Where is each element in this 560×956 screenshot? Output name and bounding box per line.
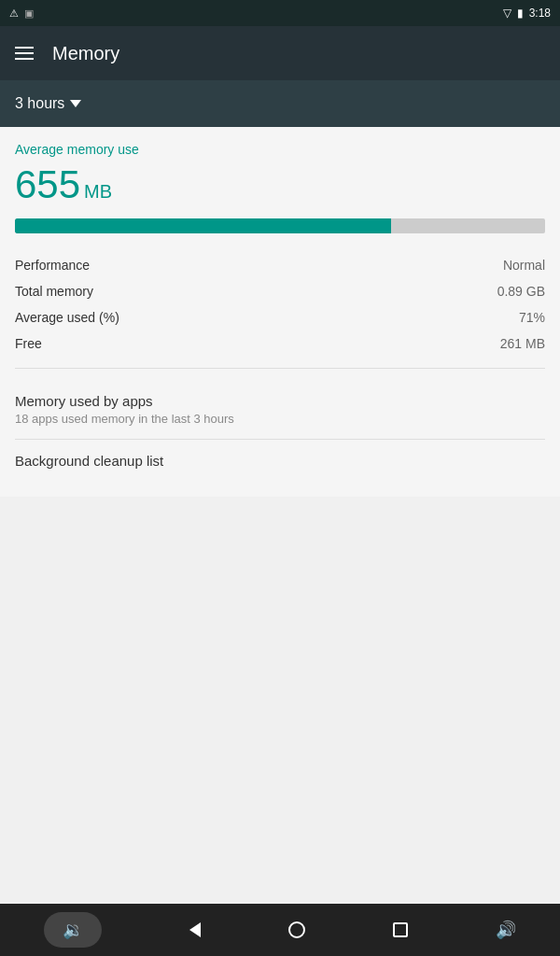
stat-label-average-used: Average used (%) [15,310,119,325]
background-cleanup-section[interactable]: Background cleanup list [15,440,545,482]
memory-used-by-apps-section[interactable]: Memory used by apps 18 apps used memory … [15,380,545,440]
recents-icon [393,922,408,937]
content-area: Average memory use 655 MB Performance No… [0,127,560,497]
average-memory-label: Average memory use [15,142,545,157]
recents-button[interactable] [393,922,408,937]
home-icon [288,921,305,938]
page-title: Memory [52,43,119,64]
status-bar-left: ⚠ ▣ [9,7,34,20]
clock: 3:18 [529,7,551,20]
volume-down-button[interactable]: 🔉 [44,912,102,948]
divider-1 [15,368,545,369]
status-bar: ⚠ ▣ ▽ ▮ 3:18 [0,0,560,26]
memory-unit: MB [84,181,112,203]
time-selector[interactable]: 3 hours [15,95,81,112]
dropdown-arrow-icon [70,100,81,107]
progress-bar-fill [15,218,391,233]
stat-label-total-memory: Total memory [15,284,93,299]
volume-down-icon: 🔉 [63,920,83,940]
filter-bar: 3 hours [0,80,560,127]
stat-value-total-memory: 0.89 GB [497,284,545,299]
nav-bar: 🔉 🔊 [0,904,560,956]
volume-up-button[interactable]: 🔊 [496,920,516,940]
stat-value-average-used: 71% [519,310,545,325]
alert-icon: ⚠ [9,7,19,20]
back-icon [189,922,201,937]
stat-row-average-used: Average used (%) 71% [15,304,545,330]
stat-label-performance: Performance [15,258,90,273]
stats-table: Performance Normal Total memory 0.89 GB … [15,252,545,357]
back-button[interactable] [189,922,201,937]
stat-row-total-memory: Total memory 0.89 GB [15,278,545,304]
section-title-cleanup: Background cleanup list [15,453,545,469]
volume-up-icon: 🔊 [496,920,516,940]
hamburger-menu-icon[interactable] [15,47,34,60]
stat-row-free: Free 261 MB [15,330,545,357]
status-bar-right: ▽ ▮ 3:18 [503,7,551,20]
time-label: 3 hours [15,95,64,112]
stat-label-free: Free [15,336,42,351]
toolbar: Memory [0,26,560,80]
stat-value-performance: Normal [503,258,545,273]
section-title-apps: Memory used by apps [15,393,545,409]
memory-progress-bar [15,218,545,233]
battery-icon: ▮ [517,7,524,20]
image-icon: ▣ [24,7,34,20]
memory-value-row: 655 MB [15,162,545,207]
home-button[interactable] [288,921,305,938]
section-subtitle-apps: 18 apps used memory in the last 3 hours [15,412,545,426]
wifi-icon: ▽ [503,7,511,20]
stat-value-free: 261 MB [500,336,545,351]
stat-row-performance: Performance Normal [15,252,545,278]
memory-number: 655 [15,162,80,207]
